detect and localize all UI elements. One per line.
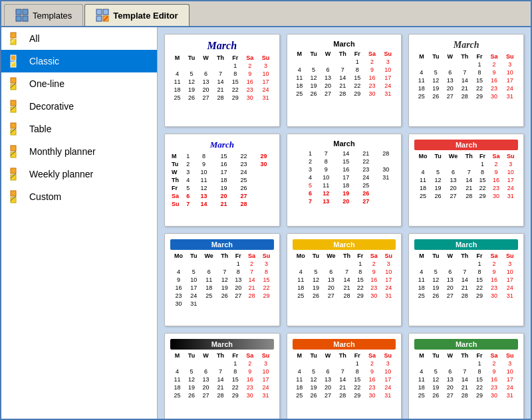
grid-icon <box>15 9 29 22</box>
svg-rect-3 <box>23 16 28 21</box>
sidebar-label-one-line: One-line <box>29 78 65 89</box>
cal-title-6: March <box>414 140 518 150</box>
sidebar-label-all: All <box>29 33 40 44</box>
table-icon <box>9 122 24 136</box>
cal-title-8: March <box>293 239 396 250</box>
svg-rect-15 <box>11 78 16 83</box>
custom-icon <box>9 189 24 204</box>
classic-icon <box>9 54 24 68</box>
svg-rect-24 <box>11 146 16 151</box>
svg-rect-30 <box>11 191 16 196</box>
tab-editor-label: Template Editor <box>113 11 178 21</box>
svg-rect-18 <box>11 100 16 106</box>
cal-title-10: March <box>170 339 274 350</box>
template-card-5[interactable]: March 17142128 281522 39162330 410172431… <box>287 134 402 227</box>
edit-icon <box>96 9 109 22</box>
svg-rect-0 <box>16 9 21 15</box>
svg-rect-1 <box>23 9 28 15</box>
sidebar-item-classic[interactable]: Classic <box>1 50 157 72</box>
cal-title-4: March <box>170 140 274 150</box>
sidebar-label-classic: Classic <box>29 56 59 66</box>
all-icon <box>9 31 24 46</box>
template-card-12[interactable]: March MTuWThFrSaSu 123 45678910 11121314… <box>408 333 524 419</box>
cal-title-1: March <box>170 40 274 52</box>
svg-rect-4 <box>96 9 102 15</box>
sidebar-item-one-line[interactable]: One-line <box>1 72 157 95</box>
tab-templates-label: Templates <box>33 11 72 21</box>
template-card-10[interactable]: March MTuWThFrSaSu 123 45678910 11121314… <box>164 333 280 419</box>
svg-rect-21 <box>11 123 16 128</box>
template-card-9[interactable]: March MTuWThFrSaSu 123 45678910 11121314… <box>408 233 524 326</box>
sidebar-label-monthly: Monthly planner <box>29 146 96 157</box>
template-card-3[interactable]: March MTuWThFrSaSu 123 45678910 11121314… <box>408 34 524 127</box>
cal-title-9: March <box>414 239 518 250</box>
svg-rect-6 <box>96 16 102 21</box>
sidebar: All Classic One-line <box>1 27 158 419</box>
sidebar-label-table: Table <box>29 124 51 134</box>
sidebar-item-table[interactable]: Table <box>1 118 157 140</box>
template-card-7[interactable]: March MoTuWeThFrSaSu 123 4567878 9101112… <box>164 233 280 326</box>
svg-rect-27 <box>11 168 16 173</box>
template-card-11[interactable]: March MTuWThFrSaSu 123 45678910 11121314… <box>287 333 402 419</box>
sidebar-label-weekly: Weekly planner <box>29 169 93 179</box>
app-window: Templates Template Editor A <box>0 0 532 420</box>
svg-rect-12 <box>11 55 16 60</box>
sidebar-item-decorative[interactable]: Decorative <box>1 95 157 118</box>
svg-rect-9 <box>11 33 16 38</box>
monthly-icon <box>9 144 24 159</box>
template-card-1[interactable]: March MTuWThFrSaSu 123 45678910 11121314… <box>164 34 280 127</box>
sidebar-item-all[interactable]: All <box>1 27 157 50</box>
tab-bar: Templates Template Editor <box>1 1 531 27</box>
sidebar-item-weekly[interactable]: Weekly planner <box>1 163 157 185</box>
template-card-2[interactable]: March MTuWThFrSaSu 123 45678910 11121314… <box>287 34 402 127</box>
cal-title-3: March <box>414 40 518 51</box>
cal-title-12: March <box>414 339 518 350</box>
cal-title-5: March <box>293 140 396 148</box>
sidebar-item-monthly[interactable]: Monthly planner <box>1 140 157 163</box>
tab-templates[interactable]: Templates <box>4 4 83 26</box>
svg-rect-2 <box>16 16 21 21</box>
cal-title-11: March <box>293 339 396 350</box>
one-line-icon <box>9 76 24 91</box>
svg-rect-5 <box>103 9 108 15</box>
template-card-6[interactable]: March MoTuWeThFrSaSu 123 45678910 111213… <box>408 134 524 227</box>
template-card-4[interactable]: March M18152229 Tu29162330 W3101724 Th41… <box>164 134 280 227</box>
cal-title-2: March <box>293 40 396 48</box>
sidebar-item-custom[interactable]: Custom <box>1 185 157 208</box>
weekly-icon <box>9 167 24 181</box>
template-grid: March MTuWThFrSaSu 123 45678910 11121314… <box>164 34 524 419</box>
sidebar-label-custom: Custom <box>29 191 61 202</box>
decorative-icon <box>9 99 24 114</box>
template-card-8[interactable]: March MoTuWeThFrSaSu 123 45678910 111213… <box>287 233 402 326</box>
main-content: All Classic One-line <box>1 27 531 419</box>
cal-title-7: March <box>170 239 274 250</box>
tab-editor[interactable]: Template Editor <box>84 4 189 26</box>
template-area[interactable]: March MTuWThFrSaSu 123 45678910 11121314… <box>158 27 531 419</box>
sidebar-label-decorative: Decorative <box>29 101 74 112</box>
